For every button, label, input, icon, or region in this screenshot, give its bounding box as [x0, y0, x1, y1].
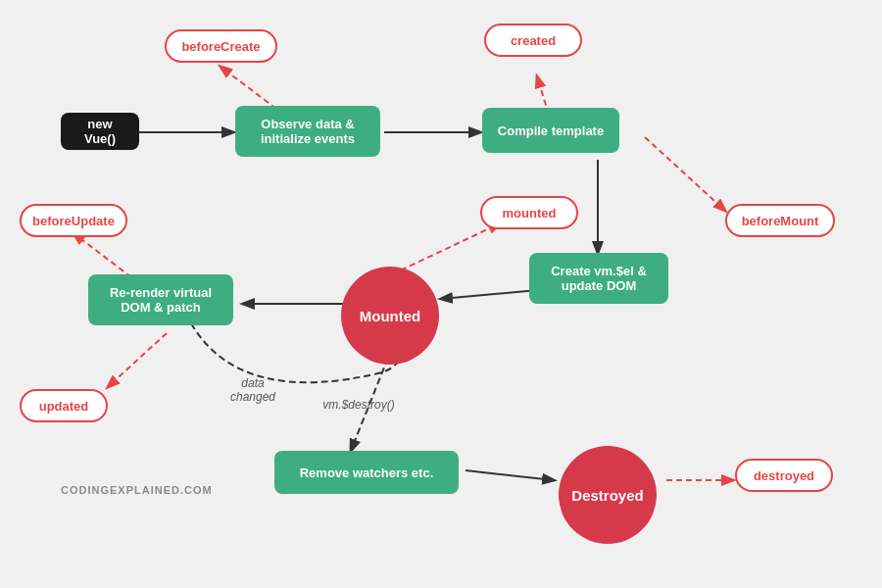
compile-template-node: Compile template — [482, 108, 619, 153]
updated-node: updated — [20, 389, 108, 422]
create-vmsel-node: Create vm.$el & update DOM — [529, 253, 668, 304]
svg-line-6 — [645, 137, 725, 211]
before-create-node: beforeCreate — [165, 29, 277, 63]
destroyed-hook-node: destroyed — [735, 459, 833, 492]
brand-label: CODINGEXPLAINED.COM — [61, 484, 213, 496]
svg-line-7 — [392, 223, 500, 274]
destroyed-hook-label: destroyed — [754, 468, 814, 483]
before-update-label: beforeUpdate — [32, 214, 115, 228]
svg-line-12 — [466, 470, 554, 480]
vm-destroy-label: vm.$destroy() — [310, 398, 408, 412]
before-create-label: beforeCreate — [181, 39, 260, 54]
destroyed-circle-label: Destroyed — [571, 487, 643, 504]
new-vue-node: new Vue() — [61, 113, 139, 150]
new-vue-label: new Vue() — [74, 117, 125, 146]
create-vmsel-label: Create vm.$el & update DOM — [551, 264, 647, 293]
rerender-node: Re-render virtual DOM & patch — [88, 274, 233, 325]
mounted-hook-node: mounted — [480, 196, 578, 229]
updated-label: updated — [39, 399, 89, 414]
compile-template-label: Compile template — [498, 123, 604, 138]
created-node: created — [484, 24, 582, 57]
mounted-hook-label: mounted — [503, 206, 557, 220]
observe-data-label: Observe data & initialize events — [261, 117, 355, 146]
before-mount-node: beforeMount — [725, 204, 835, 237]
mounted-circle-node: Mounted — [341, 267, 439, 365]
svg-line-9 — [108, 333, 167, 387]
remove-watchers-node: Remove watchers etc. — [274, 451, 459, 494]
destroyed-circle-node: Destroyed — [559, 446, 657, 544]
observe-data-node: Observe data & initialize events — [235, 106, 380, 157]
before-update-node: beforeUpdate — [20, 204, 127, 237]
remove-watchers-label: Remove watchers etc. — [300, 466, 434, 480]
mounted-circle-label: Mounted — [360, 308, 420, 324]
created-label: created — [511, 33, 556, 48]
data-changed-label: data changed — [214, 376, 292, 404]
before-mount-label: beforeMount — [742, 214, 819, 228]
rerender-label: Re-render virtual DOM & patch — [110, 285, 212, 315]
brand-text: CODINGEXPLAINED.COM — [61, 484, 213, 496]
